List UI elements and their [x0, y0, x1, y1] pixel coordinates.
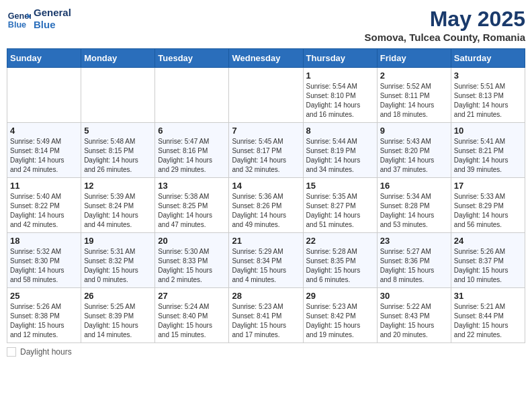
- day-info: Sunrise: 5:28 AM Sunset: 8:35 PM Dayligh…: [306, 247, 374, 285]
- logo-icon: General Blue: [7, 7, 31, 31]
- calendar-cell: 13Sunrise: 5:38 AM Sunset: 8:25 PM Dayli…: [155, 178, 229, 233]
- day-number: 8: [306, 126, 374, 136]
- calendar-cell: 27Sunrise: 5:24 AM Sunset: 8:40 PM Dayli…: [155, 288, 229, 343]
- day-number: 25: [10, 291, 78, 301]
- day-info: Sunrise: 5:25 AM Sunset: 8:39 PM Dayligh…: [84, 302, 152, 340]
- calendar-body: 1Sunrise: 5:54 AM Sunset: 8:10 PM Daylig…: [7, 68, 525, 343]
- day-info: Sunrise: 5:49 AM Sunset: 8:14 PM Dayligh…: [10, 137, 78, 175]
- page-header: General Blue General Blue May 2025 Somov…: [7, 7, 525, 43]
- day-info: Sunrise: 5:38 AM Sunset: 8:25 PM Dayligh…: [158, 192, 226, 230]
- day-info: Sunrise: 5:21 AM Sunset: 8:44 PM Dayligh…: [454, 302, 522, 340]
- weekday-monday: Monday: [81, 49, 155, 68]
- day-number: 16: [380, 181, 448, 191]
- day-info: Sunrise: 5:30 AM Sunset: 8:33 PM Dayligh…: [158, 247, 226, 285]
- day-number: 18: [10, 236, 78, 246]
- day-number: 21: [232, 236, 300, 246]
- calendar-cell: 29Sunrise: 5:23 AM Sunset: 8:42 PM Dayli…: [303, 288, 377, 343]
- day-info: Sunrise: 5:51 AM Sunset: 8:13 PM Dayligh…: [454, 82, 522, 120]
- day-info: Sunrise: 5:47 AM Sunset: 8:16 PM Dayligh…: [158, 137, 226, 175]
- calendar-cell: 24Sunrise: 5:26 AM Sunset: 8:37 PM Dayli…: [451, 233, 525, 288]
- calendar-cell: 11Sunrise: 5:40 AM Sunset: 8:22 PM Dayli…: [7, 178, 81, 233]
- logo-blue: Blue: [34, 19, 71, 31]
- day-info: Sunrise: 5:33 AM Sunset: 8:29 PM Dayligh…: [454, 192, 522, 230]
- calendar-cell: [155, 68, 229, 123]
- calendar-table: SundayMondayTuesdayWednesdayThursdayFrid…: [7, 48, 525, 343]
- weekday-wednesday: Wednesday: [229, 49, 303, 68]
- calendar-cell: 10Sunrise: 5:41 AM Sunset: 8:21 PM Dayli…: [451, 123, 525, 178]
- svg-text:Blue: Blue: [8, 20, 26, 30]
- day-number: 27: [158, 291, 226, 301]
- day-info: Sunrise: 5:34 AM Sunset: 8:28 PM Dayligh…: [380, 192, 448, 230]
- day-info: Sunrise: 5:31 AM Sunset: 8:32 PM Dayligh…: [84, 247, 152, 285]
- day-info: Sunrise: 5:54 AM Sunset: 8:10 PM Dayligh…: [306, 82, 374, 120]
- day-info: Sunrise: 5:27 AM Sunset: 8:36 PM Dayligh…: [380, 247, 448, 285]
- day-number: 26: [84, 291, 152, 301]
- calendar-cell: [7, 68, 81, 123]
- day-number: 17: [454, 181, 522, 191]
- calendar-cell: 28Sunrise: 5:23 AM Sunset: 8:41 PM Dayli…: [229, 288, 303, 343]
- calendar-cell: 22Sunrise: 5:28 AM Sunset: 8:35 PM Dayli…: [303, 233, 377, 288]
- day-number: 15: [306, 181, 374, 191]
- day-number: 20: [158, 236, 226, 246]
- day-number: 29: [306, 291, 374, 301]
- weekday-thursday: Thursday: [303, 49, 377, 68]
- day-number: 2: [380, 71, 448, 81]
- calendar-cell: 2Sunrise: 5:52 AM Sunset: 8:11 PM Daylig…: [377, 68, 451, 123]
- calendar-cell: 6Sunrise: 5:47 AM Sunset: 8:16 PM Daylig…: [155, 123, 229, 178]
- calendar-week-2: 4Sunrise: 5:49 AM Sunset: 8:14 PM Daylig…: [7, 123, 525, 178]
- day-number: 30: [380, 291, 448, 301]
- day-info: Sunrise: 5:26 AM Sunset: 8:38 PM Dayligh…: [10, 302, 78, 340]
- day-number: 1: [306, 71, 374, 81]
- day-info: Sunrise: 5:36 AM Sunset: 8:26 PM Dayligh…: [232, 192, 300, 230]
- weekday-saturday: Saturday: [451, 49, 525, 68]
- calendar-cell: 17Sunrise: 5:33 AM Sunset: 8:29 PM Dayli…: [451, 178, 525, 233]
- calendar-cell: [81, 68, 155, 123]
- day-info: Sunrise: 5:41 AM Sunset: 8:21 PM Dayligh…: [454, 137, 522, 175]
- day-number: 22: [306, 236, 374, 246]
- day-number: 31: [454, 291, 522, 301]
- weekday-header-row: SundayMondayTuesdayWednesdayThursdayFrid…: [7, 49, 525, 68]
- day-number: 12: [84, 181, 152, 191]
- weekday-friday: Friday: [377, 49, 451, 68]
- logo-general: General: [34, 7, 71, 19]
- calendar-cell: 1Sunrise: 5:54 AM Sunset: 8:10 PM Daylig…: [303, 68, 377, 123]
- daylight-legend-box: [7, 347, 16, 357]
- calendar-cell: 19Sunrise: 5:31 AM Sunset: 8:32 PM Dayli…: [81, 233, 155, 288]
- weekday-tuesday: Tuesday: [155, 49, 229, 68]
- calendar-cell: 9Sunrise: 5:43 AM Sunset: 8:20 PM Daylig…: [377, 123, 451, 178]
- calendar-cell: 16Sunrise: 5:34 AM Sunset: 8:28 PM Dayli…: [377, 178, 451, 233]
- calendar-cell: 15Sunrise: 5:35 AM Sunset: 8:27 PM Dayli…: [303, 178, 377, 233]
- day-number: 7: [232, 126, 300, 136]
- calendar-cell: 30Sunrise: 5:22 AM Sunset: 8:43 PM Dayli…: [377, 288, 451, 343]
- day-info: Sunrise: 5:23 AM Sunset: 8:42 PM Dayligh…: [306, 302, 374, 340]
- day-number: 11: [10, 181, 78, 191]
- day-info: Sunrise: 5:44 AM Sunset: 8:19 PM Dayligh…: [306, 137, 374, 175]
- calendar-cell: 7Sunrise: 5:45 AM Sunset: 8:17 PM Daylig…: [229, 123, 303, 178]
- day-info: Sunrise: 5:23 AM Sunset: 8:41 PM Dayligh…: [232, 302, 300, 340]
- day-number: 24: [454, 236, 522, 246]
- calendar-cell: 31Sunrise: 5:21 AM Sunset: 8:44 PM Dayli…: [451, 288, 525, 343]
- day-number: 19: [84, 236, 152, 246]
- daylight-legend-label: Daylight hours: [20, 347, 72, 357]
- calendar-cell: 14Sunrise: 5:36 AM Sunset: 8:26 PM Dayli…: [229, 178, 303, 233]
- day-number: 13: [158, 181, 226, 191]
- day-info: Sunrise: 5:29 AM Sunset: 8:34 PM Dayligh…: [232, 247, 300, 285]
- day-number: 4: [10, 126, 78, 136]
- day-number: 10: [454, 126, 522, 136]
- day-number: 14: [232, 181, 300, 191]
- day-info: Sunrise: 5:39 AM Sunset: 8:24 PM Dayligh…: [84, 192, 152, 230]
- calendar-cell: 23Sunrise: 5:27 AM Sunset: 8:36 PM Dayli…: [377, 233, 451, 288]
- calendar-cell: 8Sunrise: 5:44 AM Sunset: 8:19 PM Daylig…: [303, 123, 377, 178]
- month-title: May 2025: [365, 7, 526, 32]
- calendar-week-3: 11Sunrise: 5:40 AM Sunset: 8:22 PM Dayli…: [7, 178, 525, 233]
- location-title: Somova, Tulcea County, Romania: [365, 32, 526, 43]
- day-number: 9: [380, 126, 448, 136]
- calendar-week-4: 18Sunrise: 5:32 AM Sunset: 8:30 PM Dayli…: [7, 233, 525, 288]
- calendar-cell: 18Sunrise: 5:32 AM Sunset: 8:30 PM Dayli…: [7, 233, 81, 288]
- calendar-cell: 25Sunrise: 5:26 AM Sunset: 8:38 PM Dayli…: [7, 288, 81, 343]
- day-info: Sunrise: 5:24 AM Sunset: 8:40 PM Dayligh…: [158, 302, 226, 340]
- calendar-cell: [229, 68, 303, 123]
- calendar-cell: 20Sunrise: 5:30 AM Sunset: 8:33 PM Dayli…: [155, 233, 229, 288]
- day-info: Sunrise: 5:26 AM Sunset: 8:37 PM Dayligh…: [454, 247, 522, 285]
- calendar-week-5: 25Sunrise: 5:26 AM Sunset: 8:38 PM Dayli…: [7, 288, 525, 343]
